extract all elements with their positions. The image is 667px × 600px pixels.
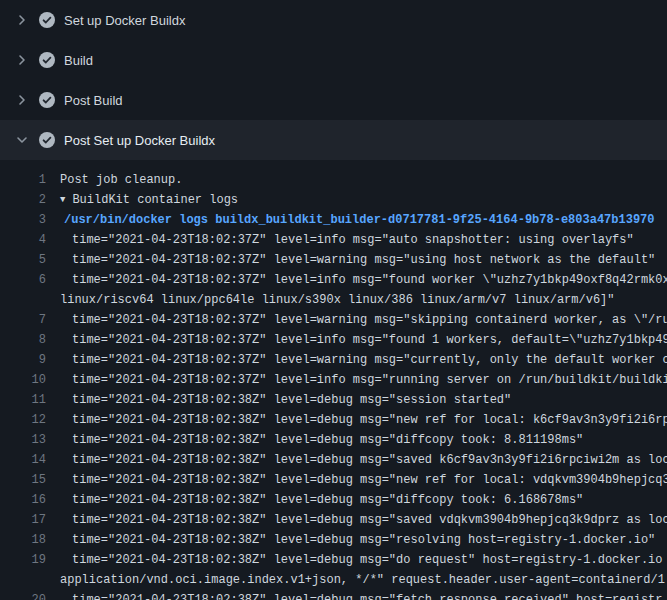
log-text: time="2021-04-23T18:02:37Z" level=warnin…	[72, 253, 655, 267]
line-number: 1	[0, 170, 46, 190]
log-text: time="2021-04-23T18:02:38Z" level=debug …	[72, 433, 583, 447]
log-text-cell: time="2021-04-23T18:02:37Z" level=info m…	[46, 230, 667, 250]
chevron-right-icon	[14, 52, 30, 68]
log-text: time="2021-04-23T18:02:37Z" level=info m…	[72, 233, 634, 247]
line-number	[0, 570, 46, 590]
line-number: 9	[0, 350, 46, 370]
log-text: time="2021-04-23T18:02:38Z" level=debug …	[72, 393, 511, 407]
workflow-log-viewer: { "steps": [ {"label": "Set up Docker Bu…	[0, 0, 667, 600]
log-text: time="2021-04-23T18:02:38Z" level=debug …	[72, 493, 583, 507]
log-text: time="2021-04-23T18:02:38Z" level=debug …	[72, 553, 667, 567]
log-line: 18time="2021-04-23T18:02:38Z" level=debu…	[0, 530, 667, 550]
steps-list: Set up Docker BuildxBuildPost BuildPost …	[0, 0, 667, 160]
log-line-continuation: linux/riscv64 linux/ppc64le linux/s390x …	[0, 290, 667, 310]
log-text-cell: time="2021-04-23T18:02:38Z" level=debug …	[46, 390, 667, 410]
log-text: time="2021-04-23T18:02:38Z" level=debug …	[72, 453, 667, 467]
line-number: 7	[0, 310, 46, 330]
log-area[interactable]: 1Post job cleanup.2▼BuildKit container l…	[0, 160, 667, 600]
line-number: 20	[0, 590, 46, 600]
log-line: 2▼BuildKit container logs	[0, 190, 667, 210]
log-text: time="2021-04-23T18:02:37Z" level=warnin…	[72, 313, 667, 327]
step-header[interactable]: Post Set up Docker Buildx	[0, 120, 667, 160]
log-text: time="2021-04-23T18:02:37Z" level=info m…	[72, 333, 667, 347]
line-number: 14	[0, 450, 46, 470]
log-text-cell: time="2021-04-23T18:02:38Z" level=debug …	[46, 470, 667, 490]
log-text-cell: time="2021-04-23T18:02:37Z" level=info m…	[46, 370, 667, 390]
line-number: 5	[0, 250, 46, 270]
log-line: 16time="2021-04-23T18:02:38Z" level=debu…	[0, 490, 667, 510]
log-line: 3/usr/bin/docker logs buildx_buildkit_bu…	[0, 210, 667, 230]
step-label: Set up Docker Buildx	[64, 13, 185, 28]
log-text-cell: ▼BuildKit container logs	[46, 190, 667, 210]
line-number: 15	[0, 470, 46, 490]
line-number: 8	[0, 330, 46, 350]
log-line: 7time="2021-04-23T18:02:37Z" level=warni…	[0, 310, 667, 330]
check-circle-icon	[39, 132, 55, 148]
log-line: 12time="2021-04-23T18:02:38Z" level=debu…	[0, 410, 667, 430]
log-text-cell: time="2021-04-23T18:02:37Z" level=info m…	[46, 330, 667, 350]
log-text-cell: linux/riscv64 linux/ppc64le linux/s390x …	[46, 290, 667, 310]
log-line: 13time="2021-04-23T18:02:38Z" level=debu…	[0, 430, 667, 450]
line-number: 3	[0, 210, 46, 230]
check-circle-icon	[39, 12, 55, 28]
log-text: time="2021-04-23T18:02:37Z" level=info m…	[72, 273, 667, 287]
log-text-cell: time="2021-04-23T18:02:37Z" level=warnin…	[46, 350, 667, 370]
line-number: 10	[0, 370, 46, 390]
chevron-right-icon	[14, 92, 30, 108]
line-number: 18	[0, 530, 46, 550]
log-text-cell: /usr/bin/docker logs buildx_buildkit_bui…	[46, 210, 667, 230]
chevron-down-icon	[14, 132, 30, 148]
log-line: 8time="2021-04-23T18:02:37Z" level=info …	[0, 330, 667, 350]
check-circle-icon	[39, 92, 55, 108]
log-text-cell: time="2021-04-23T18:02:38Z" level=debug …	[46, 450, 667, 470]
log-text: time="2021-04-23T18:02:38Z" level=debug …	[72, 533, 655, 547]
log-text-cell: time="2021-04-23T18:02:37Z" level=info m…	[46, 270, 667, 290]
log-line: 10time="2021-04-23T18:02:37Z" level=info…	[0, 370, 667, 390]
line-number: 6	[0, 270, 46, 290]
log-text: time="2021-04-23T18:02:38Z" level=debug …	[72, 593, 663, 600]
step-label: Build	[64, 53, 93, 68]
log-line: 14time="2021-04-23T18:02:38Z" level=debu…	[0, 450, 667, 470]
log-text-cell: application/vnd.oci.image.index.v1+json,…	[46, 570, 667, 590]
step-label: Post Set up Docker Buildx	[64, 133, 215, 148]
log-line: 9time="2021-04-23T18:02:37Z" level=warni…	[0, 350, 667, 370]
log-line: 15time="2021-04-23T18:02:38Z" level=debu…	[0, 470, 667, 490]
log-line: 20time="2021-04-23T18:02:38Z" level=debu…	[0, 590, 667, 600]
check-circle-icon	[39, 52, 55, 68]
log-text-cell: time="2021-04-23T18:02:38Z" level=debug …	[46, 550, 667, 570]
line-number: 19	[0, 550, 46, 570]
log-text-cell: time="2021-04-23T18:02:38Z" level=debug …	[46, 530, 667, 550]
line-number: 17	[0, 510, 46, 530]
command-text: /usr/bin/docker logs buildx_buildkit_bui…	[64, 213, 655, 227]
log-text-cell: time="2021-04-23T18:02:38Z" level=debug …	[46, 590, 667, 600]
line-number: 4	[0, 230, 46, 250]
log-text-cell: time="2021-04-23T18:02:38Z" level=debug …	[46, 510, 667, 530]
log-text-cell: time="2021-04-23T18:02:38Z" level=debug …	[46, 430, 667, 450]
log-text-cell: time="2021-04-23T18:02:37Z" level=warnin…	[46, 310, 667, 330]
log-line: 5time="2021-04-23T18:02:37Z" level=warni…	[0, 250, 667, 270]
log-text: time="2021-04-23T18:02:37Z" level=info m…	[72, 373, 667, 387]
log-text: linux/riscv64 linux/ppc64le linux/s390x …	[60, 293, 615, 307]
log-text: time="2021-04-23T18:02:38Z" level=debug …	[72, 413, 667, 427]
step-header[interactable]: Set up Docker Buildx	[0, 0, 667, 40]
chevron-right-icon	[14, 12, 30, 28]
log-text-cell: time="2021-04-23T18:02:37Z" level=warnin…	[46, 250, 667, 270]
step-label: Post Build	[64, 93, 123, 108]
log-text-cell: time="2021-04-23T18:02:38Z" level=debug …	[46, 490, 667, 510]
line-number: 11	[0, 390, 46, 410]
log-text: application/vnd.oci.image.index.v1+json,…	[60, 573, 667, 587]
log-line: 11time="2021-04-23T18:02:38Z" level=debu…	[0, 390, 667, 410]
log-text: time="2021-04-23T18:02:38Z" level=debug …	[72, 473, 667, 487]
log-group-toggle-icon[interactable]: ▼	[60, 190, 65, 210]
log-group-label: BuildKit container logs	[72, 193, 238, 207]
line-number: 2	[0, 190, 46, 210]
log-line: 17time="2021-04-23T18:02:38Z" level=debu…	[0, 510, 667, 530]
log-line: 6time="2021-04-23T18:02:37Z" level=info …	[0, 270, 667, 290]
log-text: time="2021-04-23T18:02:38Z" level=debug …	[72, 513, 667, 527]
log-line: 1Post job cleanup.	[0, 170, 667, 190]
log-text: Post job cleanup.	[60, 173, 182, 187]
line-number	[0, 290, 46, 310]
step-header[interactable]: Post Build	[0, 80, 667, 120]
step-header[interactable]: Build	[0, 40, 667, 80]
log-line-continuation: application/vnd.oci.image.index.v1+json,…	[0, 570, 667, 590]
